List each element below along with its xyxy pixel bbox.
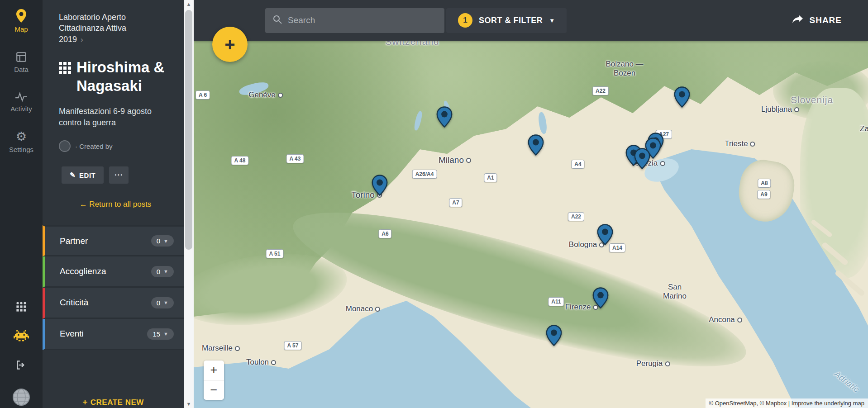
nav-item-map[interactable]: Map xyxy=(14,9,28,33)
category-count-pill[interactable]: 15▼ xyxy=(147,328,174,340)
chevron-right-icon: › xyxy=(81,35,83,44)
search-box[interactable] xyxy=(265,8,444,33)
map-attribution: © OpenStreetMap, © Mapbox | Improve the … xyxy=(706,399,868,408)
category-label: Accoglienza xyxy=(60,266,106,276)
category-count: 0 xyxy=(157,268,160,275)
mapbox-credit: © Mapbox xyxy=(760,400,787,407)
return-to-posts-link[interactable]: ← Return to all posts xyxy=(80,200,152,209)
map-pin-marker[interactable] xyxy=(546,325,562,348)
page-title: Hiroshima & Nagasaki xyxy=(76,58,167,95)
zoom-in-button[interactable]: + xyxy=(204,361,224,380)
edit-button-label: EDIT xyxy=(79,171,95,179)
category-list: Partner0▼Accoglienza0▼Criticità0▼Eventi1… xyxy=(43,225,184,350)
sidebar: Laboratorio Aperto Cittadinanza Attiva 2… xyxy=(43,0,184,408)
sort-filter-label: SORT & FILTER xyxy=(479,16,543,25)
map-pin-layer xyxy=(194,0,868,408)
zoom-control: + − xyxy=(204,361,224,400)
created-by-label: · Created by xyxy=(75,142,113,150)
pencil-icon: ✎ xyxy=(70,171,76,179)
osm-credit: © OpenStreetMap, xyxy=(709,400,758,407)
nav-item-label: Activity xyxy=(10,105,32,113)
nav-item-label: Settings xyxy=(9,146,33,153)
add-post-button[interactable]: + xyxy=(212,27,248,62)
map-pin-marker[interactable] xyxy=(436,106,453,129)
search-input[interactable] xyxy=(288,15,437,25)
ellipsis-icon: ··· xyxy=(114,171,123,179)
nav-item-label: Map xyxy=(14,25,28,33)
globe-icon[interactable] xyxy=(12,388,30,408)
post-subtitle: Manifestazioni 6-9 agosto contro la guer… xyxy=(59,106,158,128)
map-pin-marker[interactable] xyxy=(674,86,690,109)
map-pin-marker[interactable] xyxy=(592,287,609,310)
category-count-pill[interactable]: 0▼ xyxy=(151,297,174,308)
chevron-down-icon: ▼ xyxy=(163,269,168,274)
category-count: 15 xyxy=(153,330,160,338)
nav-item-activity[interactable]: Activity xyxy=(10,91,32,113)
grid-title-icon xyxy=(59,58,71,76)
attribution-separator: | xyxy=(788,400,790,407)
scrollbar-thumb[interactable] xyxy=(185,10,192,250)
category-count: 0 xyxy=(157,237,160,245)
data-icon xyxy=(15,51,27,63)
more-options-button[interactable]: ··· xyxy=(109,166,129,184)
gear-icon: ⚙ xyxy=(16,131,27,143)
chevron-down-icon: ▼ xyxy=(549,17,555,24)
nav-rail: Map Data Activity ⚙ Settings xyxy=(0,0,43,408)
category-count: 0 xyxy=(157,299,160,307)
category-count-pill[interactable]: 0▼ xyxy=(151,266,174,277)
category-label: Criticità xyxy=(60,298,88,308)
nav-rail-footer xyxy=(12,301,30,408)
return-link-label: Return to all posts xyxy=(89,200,151,209)
return-row: ← Return to all posts xyxy=(59,200,172,209)
grid-icon[interactable] xyxy=(16,301,27,314)
category-label: Partner xyxy=(60,236,88,246)
category-row-eventi[interactable]: Eventi15▼ xyxy=(43,319,184,350)
create-new-button[interactable]: +CREATE NEW xyxy=(43,397,184,407)
breadcrumb[interactable]: Laboratorio Aperto Cittadinanza Attiva 2… xyxy=(59,12,152,45)
improve-map-link[interactable]: Improve the underlying map xyxy=(792,400,864,407)
search-icon xyxy=(272,14,282,26)
category-count-pill[interactable]: 0▼ xyxy=(151,235,174,247)
edit-button[interactable]: ✎ EDIT xyxy=(62,166,104,184)
plus-icon: + xyxy=(82,397,88,407)
scrollbar-track[interactable] xyxy=(184,8,194,400)
map-pin-marker[interactable] xyxy=(372,175,388,198)
scroll-down-arrow[interactable]: ▼ xyxy=(186,400,191,408)
invader-icon[interactable] xyxy=(14,329,29,344)
chevron-down-icon: ▼ xyxy=(163,300,168,305)
map-pin-icon xyxy=(15,9,27,23)
created-by-row: · Created by xyxy=(59,140,172,152)
category-row-accoglienza[interactable]: Accoglienza0▼ xyxy=(43,256,184,288)
chevron-down-icon: ▼ xyxy=(163,238,168,244)
nav-item-label: Data xyxy=(14,66,29,73)
left-arrow-icon: ← xyxy=(80,200,87,209)
scroll-up-arrow[interactable]: ▲ xyxy=(186,0,191,8)
activity-icon xyxy=(15,91,28,102)
map-pin-marker[interactable] xyxy=(597,224,613,247)
post-title-row: Hiroshima & Nagasaki xyxy=(59,58,172,95)
share-button[interactable]: SHARE xyxy=(792,14,842,26)
zoom-out-button[interactable]: − xyxy=(204,380,224,400)
map-pin-marker[interactable] xyxy=(528,134,544,157)
nav-item-data[interactable]: Data xyxy=(14,51,29,73)
avatar xyxy=(59,140,71,152)
sign-out-icon[interactable] xyxy=(15,359,27,373)
chevron-down-icon: ▼ xyxy=(163,331,168,337)
sidebar-scrollbar: ▲ ▼ xyxy=(184,0,194,408)
action-buttons: ✎ EDIT ··· xyxy=(62,166,172,184)
app-window: Map Data Activity ⚙ Settings xyxy=(0,0,868,408)
category-row-partner[interactable]: Partner0▼ xyxy=(43,225,184,256)
map-pin-marker[interactable] xyxy=(634,148,650,171)
category-row-criticità[interactable]: Criticità0▼ xyxy=(43,288,184,319)
nav-item-settings[interactable]: ⚙ Settings xyxy=(9,131,33,153)
map-topbar: 1 SORT & FILTER ▼ SHARE xyxy=(194,0,868,41)
create-new-label: CREATE NEW xyxy=(91,398,144,407)
category-label: Eventi xyxy=(60,329,84,339)
map-canvas[interactable]: SwitzerlandGenèveMilanoTorinoMonacoMarse… xyxy=(194,0,868,408)
share-icon xyxy=(792,14,804,26)
share-label: SHARE xyxy=(809,15,842,25)
filter-count-badge: 1 xyxy=(458,13,472,28)
sort-filter-button[interactable]: 1 SORT & FILTER ▼ xyxy=(446,8,567,33)
breadcrumb-text: Laboratorio Aperto Cittadinanza Attiva 2… xyxy=(59,13,126,44)
